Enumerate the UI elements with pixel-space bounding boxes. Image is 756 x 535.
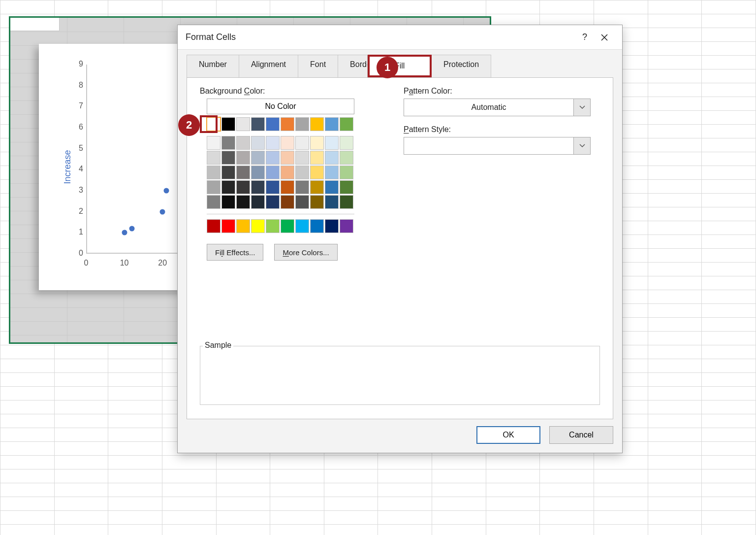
color-swatch[interactable] [340, 180, 353, 194]
pattern-color-dropdown[interactable]: Automatic [404, 99, 591, 116]
color-swatch[interactable] [207, 219, 220, 233]
color-swatch[interactable] [207, 180, 220, 194]
tab-number[interactable]: Number [187, 55, 239, 77]
color-swatch[interactable] [310, 117, 324, 131]
pattern-color-value: Automatic [404, 103, 573, 112]
embedded-chart[interactable]: Increase 012345678901020 [39, 44, 187, 290]
color-swatch[interactable] [251, 219, 265, 233]
chevron-down-icon [573, 99, 590, 116]
color-swatch[interactable] [266, 180, 280, 194]
color-swatch[interactable] [310, 219, 324, 233]
color-swatch[interactable] [310, 166, 324, 179]
color-swatch[interactable] [207, 195, 220, 209]
color-swatch[interactable] [207, 136, 220, 150]
color-swatch[interactable] [221, 166, 235, 179]
color-swatch[interactable] [340, 117, 353, 131]
color-swatch[interactable] [340, 151, 353, 165]
color-swatch[interactable] [325, 151, 339, 165]
color-swatch[interactable] [325, 136, 339, 150]
color-swatch[interactable] [281, 195, 294, 209]
fill-effects-button[interactable]: Fill Effects... [207, 244, 263, 261]
color-swatch[interactable] [236, 195, 250, 209]
color-swatch[interactable] [310, 151, 324, 165]
y-tick: 7 [73, 101, 83, 110]
color-swatch[interactable] [295, 180, 309, 194]
color-swatch[interactable] [207, 151, 220, 165]
tab-border[interactable]: Border [338, 55, 368, 77]
tab-alignment[interactable]: Alignment [239, 55, 298, 77]
color-swatch[interactable] [281, 166, 294, 179]
color-swatch[interactable] [310, 180, 324, 194]
color-swatch[interactable] [221, 151, 235, 165]
color-swatch[interactable] [236, 136, 250, 150]
color-swatch[interactable] [295, 195, 309, 209]
color-swatch[interactable] [295, 117, 309, 131]
cancel-button[interactable]: Cancel [549, 426, 613, 444]
tab-font[interactable]: Font [298, 55, 338, 77]
color-swatch[interactable] [281, 136, 294, 150]
close-button[interactable] [595, 33, 614, 41]
y-tick: 6 [73, 123, 83, 132]
no-color-button[interactable]: No Color [207, 99, 354, 114]
color-swatch[interactable] [281, 151, 294, 165]
color-swatch[interactable] [266, 219, 280, 233]
color-swatch[interactable] [266, 151, 280, 165]
color-swatch[interactable] [340, 195, 353, 209]
color-swatch[interactable] [310, 136, 324, 150]
color-swatch[interactable] [325, 117, 339, 131]
color-swatch[interactable] [251, 136, 265, 150]
color-swatch[interactable] [236, 180, 250, 194]
color-swatch[interactable] [251, 151, 265, 165]
color-swatch[interactable] [266, 166, 280, 179]
color-swatch[interactable] [295, 151, 309, 165]
color-swatch[interactable] [266, 136, 280, 150]
color-swatch[interactable] [266, 117, 280, 131]
color-swatch[interactable] [295, 166, 309, 179]
color-swatch[interactable] [207, 117, 220, 131]
y-tick: 5 [73, 144, 83, 153]
color-swatch[interactable] [236, 166, 250, 179]
color-swatch[interactable] [266, 195, 280, 209]
color-swatch[interactable] [281, 117, 294, 131]
chevron-down-icon [573, 137, 590, 154]
color-swatch[interactable] [236, 219, 250, 233]
color-swatch[interactable] [310, 195, 324, 209]
dialog-button-row: OK Cancel [178, 426, 622, 453]
chart-point [122, 230, 127, 235]
color-swatch[interactable] [325, 166, 339, 179]
color-swatch[interactable] [295, 219, 309, 233]
ok-button[interactable]: OK [476, 426, 540, 444]
color-swatch[interactable] [221, 219, 235, 233]
color-swatch[interactable] [251, 195, 265, 209]
more-colors-button[interactable]: More Colors... [274, 244, 337, 261]
pattern-style-dropdown[interactable] [404, 137, 591, 155]
color-swatch[interactable] [325, 180, 339, 194]
color-swatch[interactable] [281, 180, 294, 194]
color-swatch[interactable] [221, 136, 235, 150]
color-swatch[interactable] [251, 117, 265, 131]
color-swatch[interactable] [295, 136, 309, 150]
sample-label: Sample [203, 341, 233, 350]
color-swatch[interactable] [251, 166, 265, 179]
dialog-tabs: Number Alignment Font Border Fill Protec… [178, 50, 622, 77]
sample-preview [200, 346, 600, 405]
color-swatch[interactable] [221, 180, 235, 194]
color-swatch[interactable] [281, 219, 294, 233]
color-swatch[interactable] [221, 195, 235, 209]
color-swatch[interactable] [236, 151, 250, 165]
dialog-titlebar: Format Cells ? [178, 25, 622, 50]
color-swatch[interactable] [251, 180, 265, 194]
color-swatch[interactable] [340, 219, 353, 233]
color-swatch[interactable] [207, 166, 220, 179]
tab-protection[interactable]: Protection [432, 55, 491, 77]
help-button[interactable]: ? [575, 32, 595, 42]
color-swatch[interactable] [325, 219, 339, 233]
color-swatch[interactable] [340, 166, 353, 179]
color-swatch[interactable] [236, 117, 250, 131]
color-swatch[interactable] [221, 117, 235, 131]
dialog-title: Format Cells [186, 32, 236, 42]
color-swatch[interactable] [340, 136, 353, 150]
x-tick: 10 [117, 259, 132, 268]
y-tick: 2 [73, 207, 83, 216]
color-swatch[interactable] [325, 195, 339, 209]
